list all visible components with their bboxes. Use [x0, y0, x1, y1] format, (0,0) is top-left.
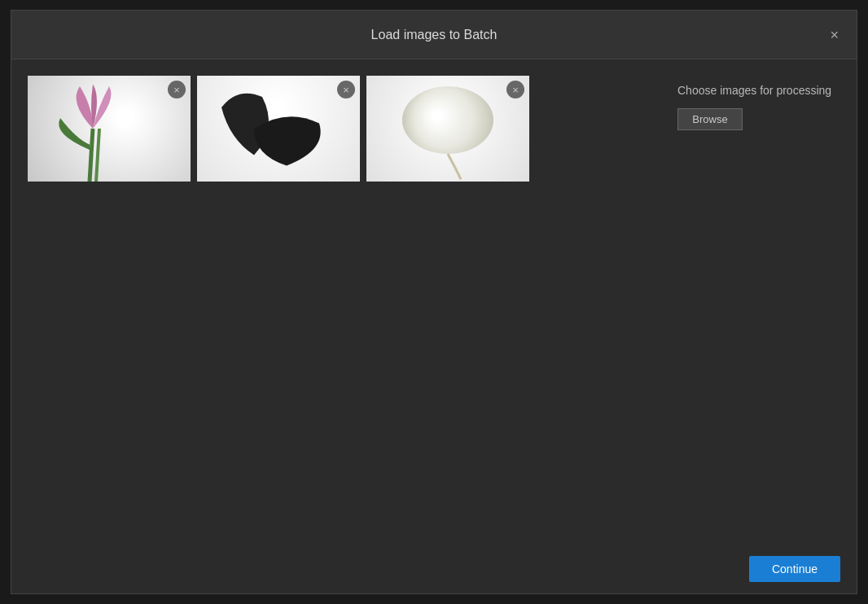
- dialog-body: × × × Choose images for processing Brows…: [11, 59, 857, 545]
- sidebar: Choose images for processing Browse: [677, 76, 840, 528]
- browse-button[interactable]: Browse: [677, 108, 743, 130]
- dialog-header: Load images to Batch ×: [11, 11, 857, 59]
- remove-image-1-button[interactable]: ×: [168, 81, 186, 98]
- image-canvas-3: [366, 76, 529, 182]
- image-thumbnail-2: ×: [197, 76, 360, 182]
- remove-image-3-button[interactable]: ×: [506, 81, 524, 98]
- choose-images-label: Choose images for processing: [677, 84, 840, 97]
- load-images-dialog: Load images to Batch × × × × Choose: [11, 10, 857, 594]
- image-canvas-2: [197, 76, 360, 182]
- images-area: × × ×: [28, 76, 661, 528]
- dialog-footer: Continue: [11, 545, 857, 593]
- remove-image-2-button[interactable]: ×: [337, 81, 355, 98]
- continue-button[interactable]: Continue: [749, 556, 840, 582]
- dialog-title: Load images to Batch: [371, 28, 498, 42]
- image-thumbnail-3: ×: [366, 76, 529, 182]
- dialog-close-button[interactable]: ×: [825, 24, 844, 46]
- image-canvas-1: [28, 76, 191, 182]
- image-thumbnail-1: ×: [28, 76, 191, 182]
